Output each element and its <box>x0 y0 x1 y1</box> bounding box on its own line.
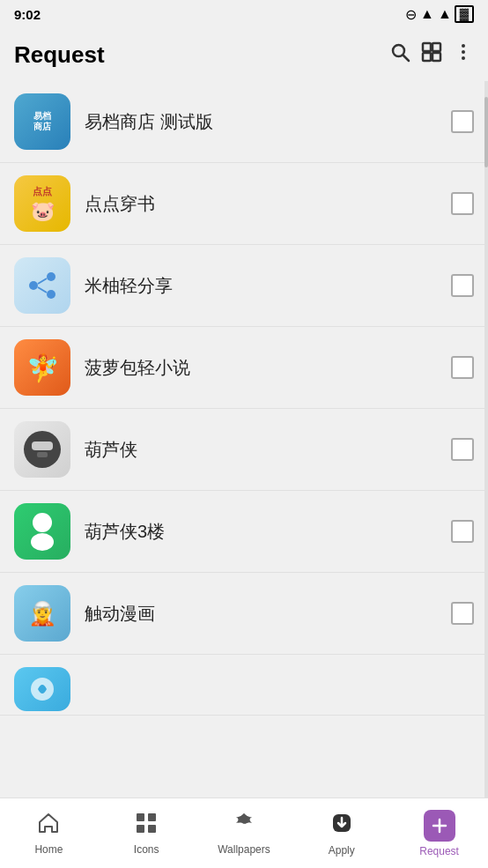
app-header: Request <box>0 28 488 81</box>
svg-point-6 <box>462 44 465 48</box>
list-item: 米柚轻分享 <box>0 245 488 327</box>
app-checkbox[interactable] <box>451 438 474 461</box>
app-checkbox[interactable] <box>451 274 474 297</box>
svg-rect-17 <box>137 813 144 821</box>
nav-item-icons[interactable]: Icons <box>98 806 196 861</box>
app-name: 点点穿书 <box>85 192 451 216</box>
svg-line-1 <box>403 56 410 62</box>
nav-item-home[interactable]: Home <box>0 806 98 861</box>
dnd-icon: ⊖ <box>405 6 417 23</box>
nav-label-apply: Apply <box>329 844 355 857</box>
app-icon-boluo: 🧚 <box>14 339 70 396</box>
scrollbar-track <box>484 81 488 798</box>
app-icon-hulu <box>14 421 70 478</box>
app-icon-diandian: 点点 🐷 <box>14 175 70 232</box>
scrollbar-thumb[interactable] <box>484 97 488 167</box>
app-name: 米柚轻分享 <box>85 274 451 298</box>
svg-rect-3 <box>433 43 440 51</box>
app-icon-last <box>14 667 70 711</box>
svg-rect-2 <box>423 43 431 51</box>
nav-label-home: Home <box>34 843 63 856</box>
wifi-icon: ▲ <box>420 6 434 22</box>
nav-item-request[interactable]: Request <box>390 805 488 863</box>
app-checkbox[interactable] <box>451 192 474 215</box>
page-title: Request <box>14 41 105 69</box>
app-name: 菠萝包轻小说 <box>85 356 451 380</box>
list-item: 🧝 触动漫画 <box>0 573 488 655</box>
more-icon[interactable] <box>453 41 474 68</box>
app-name: 葫芦侠 <box>85 438 451 462</box>
app-list: 易档商店 易档商店 测试版 点点 🐷 点点穿书 <box>0 81 488 798</box>
nav-label-wallpapers: Wallpapers <box>218 843 270 856</box>
app-icon-chudong: 🧝 <box>14 585 70 642</box>
status-bar: 9:02 ⊖ ▲ ▲ ▓ <box>0 0 488 28</box>
app-name: 易档商店 测试版 <box>85 110 451 134</box>
header-actions <box>389 41 474 68</box>
status-time: 9:02 <box>14 7 41 22</box>
app-icon-yidang: 易档商店 <box>14 93 70 150</box>
status-icons: ⊖ ▲ ▲ ▓ <box>405 5 474 23</box>
battery-icon: ▓ <box>455 5 474 23</box>
home-icon <box>37 812 60 840</box>
svg-point-15 <box>31 533 54 551</box>
svg-point-14 <box>33 513 52 532</box>
svg-rect-19 <box>137 825 144 833</box>
list-item: 点点 🐷 点点穿书 <box>0 163 488 245</box>
svg-rect-18 <box>148 813 156 821</box>
app-icon-miyou <box>14 257 70 314</box>
app-checkbox[interactable] <box>451 602 474 625</box>
nav-item-apply[interactable]: Apply <box>292 805 390 862</box>
app-name: 葫芦侠3楼 <box>85 520 451 544</box>
app-name: 触动漫画 <box>85 602 451 626</box>
signal-icon: ▲ <box>438 6 451 22</box>
list-item: 葫芦侠 <box>0 409 488 491</box>
request-icon <box>424 810 455 842</box>
svg-point-11 <box>47 290 55 299</box>
bottom-nav: Home Icons Wallpapers A <box>0 798 488 868</box>
svg-line-13 <box>38 287 47 293</box>
app-checkbox[interactable] <box>451 110 474 133</box>
nav-item-wallpapers[interactable]: Wallpapers <box>196 806 293 861</box>
nav-label-icons: Icons <box>134 843 159 856</box>
svg-point-10 <box>29 281 38 290</box>
app-icon-hulu3 <box>14 503 70 560</box>
wallpapers-icon <box>233 812 255 840</box>
apply-icon <box>329 811 354 841</box>
svg-point-9 <box>47 272 55 281</box>
svg-point-8 <box>462 56 465 60</box>
svg-rect-20 <box>148 825 156 833</box>
svg-line-12 <box>38 278 47 284</box>
search-icon[interactable] <box>389 41 410 68</box>
list-item: 葫芦侠3楼 <box>0 491 488 573</box>
svg-rect-5 <box>433 53 440 61</box>
icons-icon <box>135 812 158 840</box>
svg-rect-4 <box>423 53 431 61</box>
svg-point-7 <box>462 50 465 54</box>
list-item <box>0 655 488 716</box>
list-item: 易档商店 易档商店 测试版 <box>0 81 488 163</box>
app-checkbox[interactable] <box>451 356 474 379</box>
grid-icon[interactable] <box>421 41 442 68</box>
list-item: 🧚 菠萝包轻小说 <box>0 327 488 409</box>
nav-label-request: Request <box>419 845 459 857</box>
app-checkbox[interactable] <box>451 520 474 543</box>
